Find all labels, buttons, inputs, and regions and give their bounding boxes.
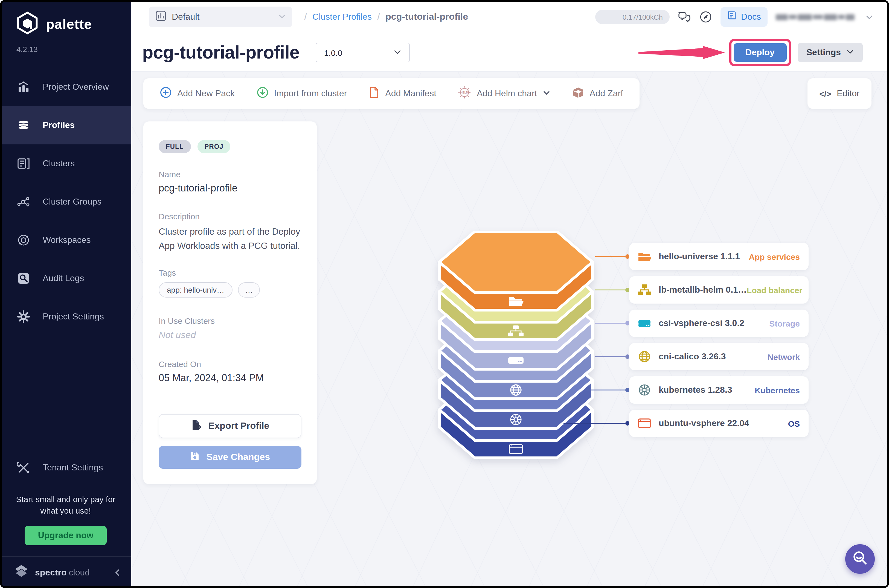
pack-category: Kubernetes [755,386,800,394]
manifest-file-icon [369,86,380,100]
user-menu-blurred[interactable] [776,14,854,20]
app-window: palette 4.2.13 Project Overview Profiles… [0,0,889,588]
sitemap-icon [638,284,651,297]
add-helm-chart-button[interactable]: HELM Add Helm chart [458,86,550,101]
orbit-icon [17,233,31,247]
settings-button[interactable]: Settings [797,43,863,62]
brand-name: palette [46,16,92,32]
add-zarf-button[interactable]: Add Zarf [572,86,623,100]
compass-icon[interactable] [699,10,712,24]
in-use-clusters-field: In Use Clusters Not used [159,316,302,341]
usage-quota-pill: 0.17/100kCh [595,10,669,24]
audit-magnifier-icon [17,271,31,285]
add-helm-chart-label: Add Helm chart [477,88,537,99]
version-value: 1.0.0 [324,48,342,57]
sidebar-item-label: Project Overview [43,82,109,92]
project-chart-icon [155,10,166,24]
project-scope-selector[interactable]: Default [149,7,292,27]
sidebar-item-cluster-groups[interactable]: Cluster Groups [0,183,131,221]
annotation-highlight-box: Deploy [729,39,791,66]
pack-row-kubernetes[interactable]: kubernetes 1.28.3 Kubernetes [629,376,809,404]
sidebar-item-clusters[interactable]: Clusters [0,144,131,183]
sidebar-item-label: Clusters [43,159,75,168]
sidebar-nav: Project Overview Profiles Clusters Clust… [0,68,131,336]
search-fab-button[interactable] [845,544,875,574]
docs-button[interactable]: Docs [720,7,767,27]
tags-label: Tags [159,268,302,278]
kubernetes-wheel-icon [638,383,651,396]
breadcrumb: / Cluster Profiles / pcg-tutorial-profil… [304,11,468,23]
badge-proj: PROJ [197,140,230,153]
chevron-down-icon [393,47,402,58]
deploy-zone: Deploy Settings [638,39,863,66]
export-profile-button[interactable]: Export Profile [159,414,302,438]
main-area: Default / Cluster Profiles / pcg-tutoria… [131,0,889,588]
created-on-value: 05 Mar, 2024, 01:34 PM [159,372,302,384]
layer-storage-drive-icon [508,357,524,364]
chat-icon[interactable] [677,10,691,24]
collapse-sidebar-icon[interactable] [114,568,122,576]
save-floppy-icon [190,451,200,464]
pack-category: Load balancer [747,285,802,294]
chevron-down-icon [542,88,550,99]
globe-icon [638,350,651,363]
footer-brand-primary: spectro [35,567,67,578]
topbar: Default / Cluster Profiles / pcg-tutoria… [131,0,889,34]
sidebar-item-audit-logs[interactable]: Audit Logs [0,259,131,297]
sidebar-footer: spectro cloud [0,556,131,588]
pack-name: kubernetes 1.28.3 [659,385,732,395]
search-smile-icon [852,550,868,568]
description-field: Description Cluster profile as part of t… [159,212,302,253]
pack-name: csi-vsphere-csi 3.0.2 [659,318,744,328]
pack-category: App services [749,252,800,261]
breadcrumb-current: pcg-tutorial-profile [385,12,468,22]
upgrade-now-button[interactable]: Upgrade now [25,526,107,545]
created-on-label: Created On [159,359,302,369]
sidebar-item-project-settings[interactable]: Project Settings [0,297,131,336]
footer-brand-secondary: cloud [69,567,90,578]
sidebar-item-tenant-settings[interactable]: Tenant Settings [0,452,131,483]
chevron-down-icon [278,12,285,22]
add-manifest-button[interactable]: Add Manifest [369,86,436,100]
pack-name: lb-metallb-helm 0.1… [659,285,747,295]
tag-pill[interactable]: app: hello-univ… [159,282,233,297]
description-label: Description [159,212,302,221]
pack-list: hello-universe 1.1.1 App services lb-met… [629,243,809,437]
pack-row-hello-universe[interactable]: hello-universe 1.1.1 App services [629,243,809,270]
svg-text:HELM: HELM [461,91,469,94]
code-icon: </> [820,89,831,98]
pack-row-csi-vsphere[interactable]: csi-vsphere-csi 3.0.2 Storage [629,310,809,337]
pack-name: cni-calico 3.26.3 [659,352,726,362]
tools-icon [17,460,31,474]
sidebar-item-label: Profiles [43,120,75,130]
pack-category: OS [788,419,800,428]
breadcrumb-cluster-profiles[interactable]: Cluster Profiles [312,12,372,22]
import-from-cluster-button[interactable]: Import from cluster [257,86,347,100]
spectro-cloud-logo [13,563,30,582]
tag-more-pill[interactable]: … [238,282,260,297]
server-list-icon [17,156,31,171]
project-selector-value: Default [172,12,200,22]
sidebar-item-workspaces[interactable]: Workspaces [0,221,131,259]
profile-version-select[interactable]: 1.0.0 [316,43,410,62]
sidebar-item-label: Cluster Groups [43,197,102,207]
deploy-button[interactable]: Deploy [733,43,787,62]
pack-row-lb-metallb[interactable]: lb-metallb-helm 0.1… Load balancer [629,276,809,304]
save-changes-button[interactable]: Save Changes [159,446,302,469]
import-circle-icon [257,86,269,100]
topbar-actions: 0.17/100kCh Docs [595,7,876,27]
plus-circle-icon [160,86,172,100]
name-value: pcg-tutorial-profile [159,183,302,194]
in-use-value: Not used [159,330,302,341]
badge-full: FULL [159,140,191,153]
pack-row-cni-calico[interactable]: cni-calico 3.26.3 Network [629,343,809,370]
pack-row-ubuntu-vsphere[interactable]: ubuntu-vsphere 22.04 OS [629,410,809,437]
sidebar-item-project-overview[interactable]: Project Overview [0,68,131,106]
add-manifest-label: Add Manifest [385,88,436,99]
sidebar-item-profiles[interactable]: Profiles [0,106,131,144]
editor-button[interactable]: </> Editor [808,78,871,109]
user-chevron-down-icon[interactable] [863,10,876,24]
add-new-pack-button[interactable]: Add New Pack [160,86,235,100]
add-zarf-label: Add Zarf [589,88,623,99]
helm-wheel-icon: HELM [458,86,471,101]
